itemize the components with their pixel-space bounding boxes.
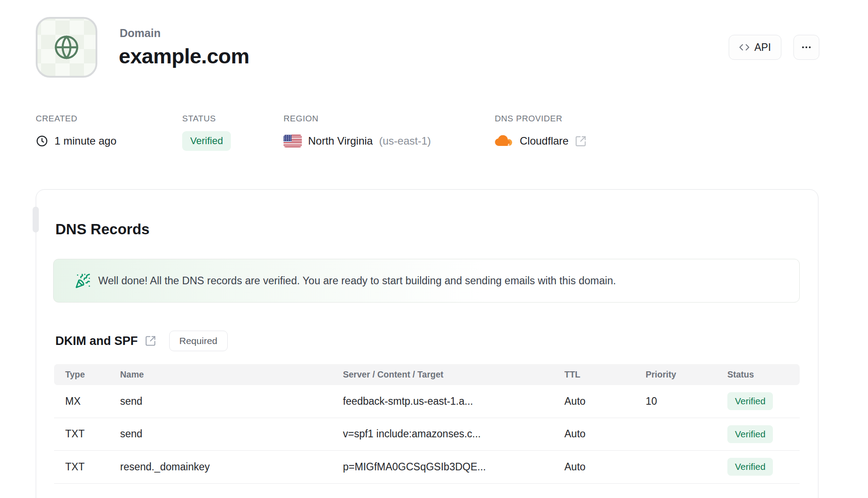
col-header-priority: Priority: [646, 369, 727, 380]
created-label: CREATED: [36, 114, 117, 124]
dkim-spf-title: DKIM and SPF: [55, 334, 138, 348]
cloudflare-icon: [495, 135, 513, 147]
globe-icon: [53, 33, 80, 61]
col-header-name: Name: [120, 369, 343, 380]
us-flag-icon: [284, 135, 302, 147]
record-ttl: Auto: [564, 428, 646, 440]
table-row[interactable]: TXT resend._domainkey p=MIGfMA0GCSqGSIb3…: [54, 451, 800, 484]
domain-page: { "header": { "eyebrow": "Domain", "titl…: [0, 0, 868, 498]
col-header-content: Server / Content / Target: [343, 369, 564, 380]
table-row[interactable]: TXT send v=spf1 include:amazonses.c... A…: [54, 418, 800, 451]
external-link-icon[interactable]: [145, 335, 156, 347]
record-content: p=MIGfMA0GCSqGSIb3DQE...: [343, 461, 564, 473]
dns-records-table: Type Name Server / Content / Target TTL …: [54, 364, 800, 484]
record-ttl: Auto: [564, 461, 646, 473]
domain-avatar: [36, 17, 97, 78]
record-name: send: [120, 395, 343, 407]
record-name: send: [120, 428, 343, 440]
meta-region: REGION North Virginia (us-east-1): [284, 114, 431, 147]
more-options-button[interactable]: [793, 35, 819, 60]
meta-dns-provider: DNS PROVIDER Cloudflare: [495, 114, 587, 147]
region-value: North Virginia: [308, 135, 373, 147]
meta-created: CREATED 1 minute ago: [36, 114, 117, 147]
status-badge: Verified: [182, 131, 231, 151]
created-value: 1 minute ago: [54, 135, 117, 147]
ellipsis-icon: [801, 42, 812, 53]
col-header-status: Status: [727, 369, 800, 380]
table-header-row: Type Name Server / Content / Target TTL …: [54, 364, 800, 385]
api-button-label: API: [754, 42, 771, 54]
record-type: MX: [54, 395, 120, 407]
dns-provider-value: Cloudflare: [520, 135, 568, 147]
code-icon: [739, 42, 750, 53]
party-popper-icon: [75, 273, 91, 289]
table-row[interactable]: MX send feedback-smtp.us-east-1.a... Aut…: [54, 385, 800, 418]
col-header-ttl: TTL: [564, 369, 646, 380]
record-content: v=spf1 include:amazonses.c...: [343, 428, 564, 440]
dns-records-card: DNS Records Well done! All the DNS recor…: [36, 189, 818, 498]
col-header-type: Type: [54, 369, 120, 380]
dkim-spf-section-header: DKIM and SPF Required: [55, 331, 228, 351]
success-banner: Well done! All the DNS records are verif…: [53, 259, 800, 303]
required-badge: Required: [169, 331, 228, 351]
record-content: feedback-smtp.us-east-1.a...: [343, 395, 564, 407]
success-banner-text: Well done! All the DNS records are verif…: [98, 275, 616, 287]
record-status-badge: Verified: [727, 392, 773, 410]
dns-provider-label: DNS PROVIDER: [495, 114, 587, 124]
record-priority: 10: [646, 395, 727, 407]
external-link-icon[interactable]: [575, 135, 587, 147]
region-label: REGION: [284, 114, 431, 124]
record-ttl: Auto: [564, 395, 646, 407]
record-status-badge: Verified: [727, 425, 773, 443]
api-button[interactable]: API: [729, 35, 781, 60]
dns-records-title: DNS Records: [55, 221, 150, 238]
region-code: (us-east-1): [379, 135, 431, 147]
status-label: STATUS: [182, 114, 231, 124]
record-status-badge: Verified: [727, 458, 773, 476]
meta-status: STATUS Verified: [182, 114, 231, 151]
record-type: TXT: [54, 428, 120, 440]
record-type: TXT: [54, 461, 120, 473]
record-name: resend._domainkey: [120, 461, 343, 473]
card-scroll-pill[interactable]: [33, 207, 39, 232]
clock-icon: [36, 135, 48, 147]
page-eyebrow: Domain: [120, 27, 161, 40]
page-title: example.com: [119, 44, 249, 68]
